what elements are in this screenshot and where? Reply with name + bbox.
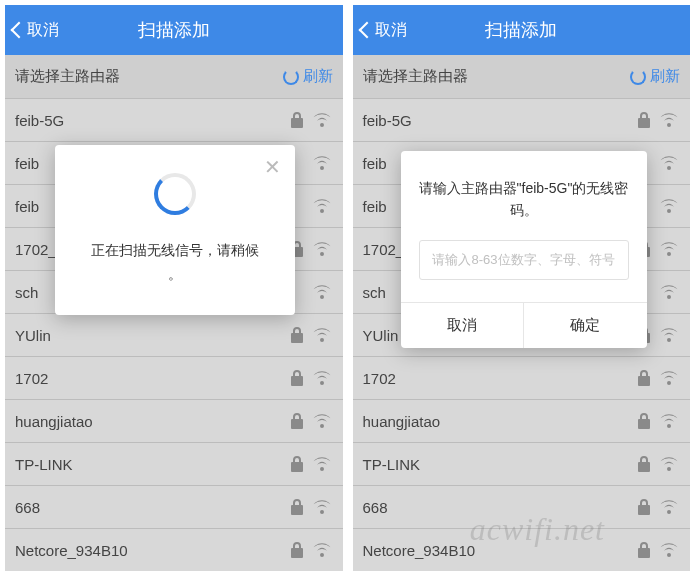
subheader: 请选择主路由器 刷新 bbox=[5, 55, 343, 99]
network-row[interactable]: huangjiatao bbox=[5, 400, 343, 443]
network-icons bbox=[289, 326, 333, 344]
back-arrow-icon bbox=[11, 22, 28, 39]
network-row[interactable]: YUlin bbox=[5, 314, 343, 357]
wifi-icon bbox=[658, 541, 680, 559]
wifi-icon bbox=[311, 455, 333, 473]
network-row[interactable]: TP-LINK bbox=[5, 443, 343, 486]
network-row[interactable]: Netcore_934B10 bbox=[5, 529, 343, 571]
network-icons bbox=[289, 240, 333, 258]
refresh-label: 刷新 bbox=[650, 67, 680, 86]
cancel-button[interactable]: 取消 bbox=[401, 303, 525, 348]
network-icons bbox=[658, 197, 680, 215]
network-icons bbox=[636, 111, 680, 129]
back-arrow-icon bbox=[358, 22, 375, 39]
phone-screen-left: 取消 扫描添加 请选择主路由器 刷新 feib-5Gfeibfeib1702_s… bbox=[5, 5, 343, 571]
close-icon[interactable]: ✕ bbox=[264, 155, 281, 179]
lock-icon bbox=[289, 369, 305, 387]
wifi-icon bbox=[311, 240, 333, 258]
network-ssid: feib bbox=[363, 198, 387, 215]
network-ssid: 668 bbox=[363, 499, 388, 516]
confirm-button[interactable]: 确定 bbox=[524, 303, 647, 348]
scanning-modal: ✕ 正在扫描无线信号，请稍候 。 bbox=[55, 145, 295, 315]
network-icons bbox=[311, 197, 333, 215]
lock-icon bbox=[289, 541, 305, 559]
network-ssid: feib-5G bbox=[15, 112, 64, 129]
network-row[interactable]: Netcore_934B10 bbox=[353, 529, 691, 571]
network-icons bbox=[658, 154, 680, 172]
lock-icon bbox=[289, 326, 305, 344]
subheader-prompt: 请选择主路由器 bbox=[363, 67, 468, 86]
network-ssid: 1702 bbox=[15, 370, 48, 387]
refresh-button[interactable]: 刷新 bbox=[283, 67, 333, 86]
network-icons bbox=[636, 369, 680, 387]
network-row[interactable]: 1702 bbox=[5, 357, 343, 400]
network-row[interactable]: huangjiatao bbox=[353, 400, 691, 443]
refresh-icon bbox=[630, 69, 646, 85]
network-icons bbox=[636, 455, 680, 473]
lock-icon bbox=[636, 369, 652, 387]
network-icons bbox=[636, 498, 680, 516]
network-ssid: feib-5G bbox=[363, 112, 412, 129]
network-ssid: TP-LINK bbox=[363, 456, 421, 473]
network-ssid: YUlin bbox=[363, 327, 399, 344]
lock-icon bbox=[636, 541, 652, 559]
network-ssid: huangjiatao bbox=[15, 413, 93, 430]
wifi-icon bbox=[658, 283, 680, 301]
titlebar: 取消 扫描添加 bbox=[353, 5, 691, 55]
network-ssid: YUlin bbox=[15, 327, 51, 344]
network-ssid: sch bbox=[363, 284, 386, 301]
network-ssid: huangjiatao bbox=[363, 413, 441, 430]
network-row[interactable]: 668 bbox=[5, 486, 343, 529]
spinner-icon bbox=[154, 173, 196, 215]
back-button[interactable]: 取消 bbox=[361, 20, 407, 41]
network-ssid: sch bbox=[15, 284, 38, 301]
network-ssid: feib bbox=[15, 198, 39, 215]
network-icons bbox=[289, 498, 333, 516]
wifi-icon bbox=[311, 498, 333, 516]
wifi-icon bbox=[658, 240, 680, 258]
network-row[interactable]: 668 bbox=[353, 486, 691, 529]
lock-icon bbox=[636, 498, 652, 516]
wifi-icon bbox=[658, 197, 680, 215]
password-modal: 请输入主路由器"feib-5G"的无线密码。 请输入8-63位数字、字母、符号 … bbox=[401, 151, 647, 348]
network-ssid: Netcore_934B10 bbox=[15, 542, 128, 559]
password-message: 请输入主路由器"feib-5G"的无线密码。 bbox=[401, 151, 647, 240]
back-button[interactable]: 取消 bbox=[13, 20, 59, 41]
lock-icon bbox=[289, 412, 305, 430]
wifi-icon bbox=[658, 326, 680, 344]
lock-icon bbox=[636, 412, 652, 430]
phone-screen-right: 取消 扫描添加 请选择主路由器 刷新 feib-5Gfeibfeib1702_s… bbox=[353, 5, 691, 571]
lock-icon bbox=[289, 455, 305, 473]
wifi-icon bbox=[311, 369, 333, 387]
lock-icon bbox=[289, 111, 305, 129]
subheader: 请选择主路由器 刷新 bbox=[353, 55, 691, 99]
network-row[interactable]: feib-5G bbox=[353, 99, 691, 142]
network-ssid: feib bbox=[15, 155, 39, 172]
network-row[interactable]: feib-5G bbox=[5, 99, 343, 142]
network-icons bbox=[289, 412, 333, 430]
network-row[interactable]: 1702 bbox=[353, 357, 691, 400]
wifi-icon bbox=[311, 326, 333, 344]
network-icons bbox=[636, 541, 680, 559]
network-ssid: 1702_ bbox=[15, 241, 57, 258]
back-label: 取消 bbox=[375, 20, 407, 41]
back-label: 取消 bbox=[27, 20, 59, 41]
titlebar: 取消 扫描添加 bbox=[5, 5, 343, 55]
network-ssid: feib bbox=[363, 155, 387, 172]
password-input[interactable]: 请输入8-63位数字、字母、符号 bbox=[419, 240, 629, 280]
wifi-icon bbox=[311, 197, 333, 215]
wifi-icon bbox=[658, 455, 680, 473]
network-ssid: 1702 bbox=[363, 370, 396, 387]
wifi-icon bbox=[311, 111, 333, 129]
subheader-prompt: 请选择主路由器 bbox=[15, 67, 120, 86]
network-ssid: Netcore_934B10 bbox=[363, 542, 476, 559]
refresh-button[interactable]: 刷新 bbox=[630, 67, 680, 86]
wifi-icon bbox=[658, 412, 680, 430]
network-icons bbox=[658, 283, 680, 301]
network-ssid: 668 bbox=[15, 499, 40, 516]
network-icons bbox=[289, 455, 333, 473]
network-ssid: TP-LINK bbox=[15, 456, 73, 473]
network-row[interactable]: TP-LINK bbox=[353, 443, 691, 486]
wifi-icon bbox=[658, 154, 680, 172]
network-icons bbox=[636, 412, 680, 430]
